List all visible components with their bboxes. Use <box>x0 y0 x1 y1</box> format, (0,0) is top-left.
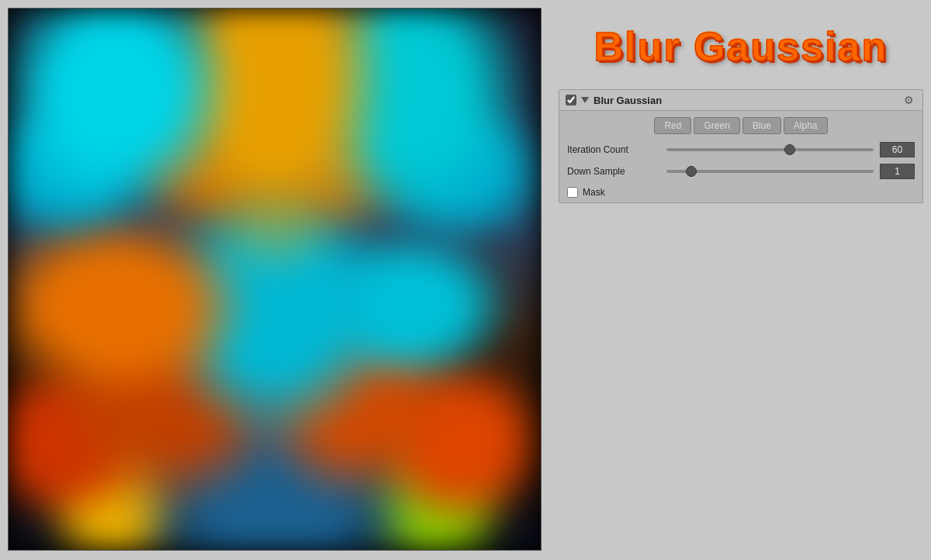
channel-buttons-row: Red Green Blue Alpha <box>559 111 922 139</box>
channel-blue-button[interactable]: Blue <box>742 117 781 134</box>
image-panel <box>0 0 551 560</box>
mask-checkbox[interactable] <box>567 187 578 198</box>
image-canvas <box>8 8 542 551</box>
panel-header: Blur Gaussian ⚙ <box>559 90 922 111</box>
iteration-count-row: Iteration Count <box>559 139 922 161</box>
properties-panel: Blur Gaussian ⚙ Red Green Blue Alpha Ite… <box>559 89 923 203</box>
iteration-count-label: Iteration Count <box>567 144 660 155</box>
panel-enable-checkbox[interactable] <box>566 95 576 105</box>
channel-alpha-button[interactable]: Alpha <box>784 117 828 134</box>
blur-image <box>9 9 541 550</box>
app-title: Blur Gaussian <box>594 23 888 70</box>
iteration-count-slider-container <box>666 143 874 156</box>
collapse-triangle-icon[interactable] <box>581 97 589 103</box>
down-sample-label: Down Sample <box>567 166 660 177</box>
mask-label: Mask <box>583 187 605 198</box>
gear-icon[interactable]: ⚙ <box>904 94 916 106</box>
down-sample-slider-container <box>666 165 874 178</box>
right-panel: Blur Gaussian Blur Gaussian ⚙ Red Green … <box>551 0 931 560</box>
down-sample-value[interactable] <box>880 164 915 179</box>
down-sample-slider[interactable] <box>666 170 874 173</box>
iteration-count-slider[interactable] <box>666 148 874 151</box>
channel-green-button[interactable]: Green <box>694 117 739 134</box>
channel-red-button[interactable]: Red <box>654 117 691 134</box>
down-sample-row: Down Sample <box>559 161 922 182</box>
mask-row: Mask <box>559 182 922 202</box>
panel-title: Blur Gaussian <box>594 95 899 106</box>
title-area: Blur Gaussian <box>559 8 923 89</box>
iteration-count-value[interactable] <box>880 142 915 157</box>
